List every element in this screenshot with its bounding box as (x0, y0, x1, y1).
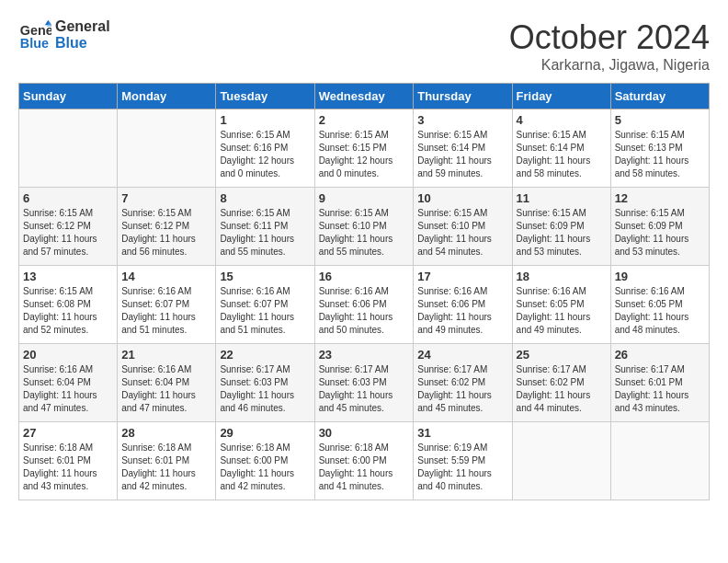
day-info: Sunrise: 6:15 AM Sunset: 6:12 PM Dayligh… (23, 207, 113, 259)
header-friday: Friday (512, 84, 610, 109)
day-number: 2 (319, 113, 410, 127)
day-number: 26 (615, 348, 705, 362)
calendar-week-row: 20Sunrise: 6:16 AM Sunset: 6:04 PM Dayli… (19, 344, 710, 422)
day-info: Sunrise: 6:15 AM Sunset: 6:09 PM Dayligh… (517, 207, 607, 259)
calendar-cell: 7Sunrise: 6:15 AM Sunset: 6:12 PM Daylig… (118, 188, 216, 266)
day-number: 17 (417, 270, 507, 283)
header-wednesday: Wednesday (314, 84, 414, 109)
day-number: 19 (615, 270, 705, 283)
calendar-week-row: 27Sunrise: 6:18 AM Sunset: 6:01 PM Dayli… (19, 422, 710, 500)
logo-line1: General (55, 18, 110, 35)
day-info: Sunrise: 6:15 AM Sunset: 6:13 PM Dayligh… (615, 129, 705, 180)
day-info: Sunrise: 6:17 AM Sunset: 6:02 PM Dayligh… (417, 363, 507, 415)
day-info: Sunrise: 6:17 AM Sunset: 6:03 PM Dayligh… (220, 363, 310, 415)
day-info: Sunrise: 6:16 AM Sunset: 6:06 PM Dayligh… (319, 285, 410, 337)
day-info: Sunrise: 6:15 AM Sunset: 6:14 PM Dayligh… (517, 129, 607, 180)
day-number: 20 (23, 348, 113, 362)
day-info: Sunrise: 6:15 AM Sunset: 6:11 PM Dayligh… (220, 207, 310, 259)
calendar-cell: 5Sunrise: 6:15 AM Sunset: 6:13 PM Daylig… (610, 109, 709, 188)
day-number: 5 (615, 113, 705, 127)
day-number: 11 (517, 191, 607, 205)
day-info: Sunrise: 6:15 AM Sunset: 6:09 PM Dayligh… (615, 207, 705, 259)
calendar-cell: 31Sunrise: 6:19 AM Sunset: 5:59 PM Dayli… (414, 422, 512, 500)
day-number: 27 (23, 426, 113, 440)
calendar-cell: 17Sunrise: 6:16 AM Sunset: 6:06 PM Dayli… (414, 266, 512, 344)
day-number: 29 (220, 426, 310, 440)
day-number: 16 (319, 270, 410, 283)
day-info: Sunrise: 6:16 AM Sunset: 6:04 PM Dayligh… (23, 363, 113, 415)
svg-text:Blue: Blue (20, 36, 49, 51)
calendar-header-row: SundayMondayTuesdayWednesdayThursdayFrid… (19, 84, 710, 109)
calendar-cell (19, 109, 118, 188)
calendar-cell: 22Sunrise: 6:17 AM Sunset: 6:03 PM Dayli… (216, 344, 314, 422)
day-info: Sunrise: 6:16 AM Sunset: 6:07 PM Dayligh… (121, 285, 211, 337)
calendar-cell: 4Sunrise: 6:15 AM Sunset: 6:14 PM Daylig… (512, 109, 610, 188)
day-number: 8 (220, 191, 310, 205)
location-subtitle: Karkarna, Jigawa, Nigeria (509, 57, 710, 74)
day-info: Sunrise: 6:15 AM Sunset: 6:12 PM Dayligh… (121, 207, 211, 259)
day-number: 1 (220, 113, 310, 127)
day-info: Sunrise: 6:19 AM Sunset: 5:59 PM Dayligh… (417, 442, 507, 493)
day-info: Sunrise: 6:17 AM Sunset: 6:02 PM Dayligh… (517, 363, 607, 415)
calendar-cell: 16Sunrise: 6:16 AM Sunset: 6:06 PM Dayli… (314, 266, 414, 344)
calendar-cell: 30Sunrise: 6:18 AM Sunset: 6:00 PM Dayli… (314, 422, 414, 500)
calendar-cell: 13Sunrise: 6:15 AM Sunset: 6:08 PM Dayli… (19, 266, 118, 344)
calendar-cell: 9Sunrise: 6:15 AM Sunset: 6:10 PM Daylig… (314, 188, 414, 266)
day-info: Sunrise: 6:15 AM Sunset: 6:10 PM Dayligh… (417, 207, 507, 259)
day-number: 9 (319, 191, 410, 205)
header-thursday: Thursday (414, 84, 512, 109)
calendar-cell: 19Sunrise: 6:16 AM Sunset: 6:05 PM Dayli… (610, 266, 709, 344)
calendar-cell: 3Sunrise: 6:15 AM Sunset: 6:14 PM Daylig… (414, 109, 512, 188)
day-number: 24 (417, 348, 507, 362)
calendar-cell: 21Sunrise: 6:16 AM Sunset: 6:04 PM Dayli… (118, 344, 216, 422)
day-info: Sunrise: 6:18 AM Sunset: 6:01 PM Dayligh… (121, 442, 211, 493)
day-info: Sunrise: 6:17 AM Sunset: 6:03 PM Dayligh… (319, 363, 410, 415)
calendar-cell: 8Sunrise: 6:15 AM Sunset: 6:11 PM Daylig… (216, 188, 314, 266)
header-monday: Monday (118, 84, 216, 109)
calendar-cell: 20Sunrise: 6:16 AM Sunset: 6:04 PM Dayli… (19, 344, 118, 422)
day-info: Sunrise: 6:16 AM Sunset: 6:05 PM Dayligh… (517, 285, 607, 337)
calendar-table: SundayMondayTuesdayWednesdayThursdayFrid… (18, 83, 710, 500)
day-number: 6 (23, 191, 113, 205)
day-info: Sunrise: 6:15 AM Sunset: 6:10 PM Dayligh… (319, 207, 410, 259)
day-number: 18 (517, 270, 607, 283)
calendar-week-row: 13Sunrise: 6:15 AM Sunset: 6:08 PM Dayli… (19, 266, 710, 344)
day-info: Sunrise: 6:18 AM Sunset: 6:01 PM Dayligh… (23, 442, 113, 493)
day-info: Sunrise: 6:15 AM Sunset: 6:16 PM Dayligh… (220, 129, 310, 180)
day-number: 7 (121, 191, 211, 205)
day-info: Sunrise: 6:16 AM Sunset: 6:04 PM Dayligh… (121, 363, 211, 415)
day-number: 3 (417, 113, 507, 127)
day-info: Sunrise: 6:16 AM Sunset: 6:05 PM Dayligh… (615, 285, 705, 337)
day-number: 4 (517, 113, 607, 127)
calendar-cell: 29Sunrise: 6:18 AM Sunset: 6:00 PM Dayli… (216, 422, 314, 500)
day-info: Sunrise: 6:15 AM Sunset: 6:08 PM Dayligh… (23, 285, 113, 337)
calendar-week-row: 1Sunrise: 6:15 AM Sunset: 6:16 PM Daylig… (19, 109, 710, 188)
calendar-cell: 12Sunrise: 6:15 AM Sunset: 6:09 PM Dayli… (610, 188, 709, 266)
calendar-cell: 27Sunrise: 6:18 AM Sunset: 6:01 PM Dayli… (19, 422, 118, 500)
title-area: October 2024 Karkarna, Jigawa, Nigeria (509, 18, 710, 74)
day-info: Sunrise: 6:15 AM Sunset: 6:14 PM Dayligh… (417, 129, 507, 180)
calendar-cell (118, 109, 216, 188)
calendar-cell: 2Sunrise: 6:15 AM Sunset: 6:15 PM Daylig… (314, 109, 414, 188)
calendar-cell: 10Sunrise: 6:15 AM Sunset: 6:10 PM Dayli… (414, 188, 512, 266)
calendar-cell: 28Sunrise: 6:18 AM Sunset: 6:01 PM Dayli… (118, 422, 216, 500)
calendar-cell (512, 422, 610, 500)
calendar-cell: 23Sunrise: 6:17 AM Sunset: 6:03 PM Dayli… (314, 344, 414, 422)
day-number: 21 (121, 348, 211, 362)
calendar-week-row: 6Sunrise: 6:15 AM Sunset: 6:12 PM Daylig… (19, 188, 710, 266)
calendar-cell: 11Sunrise: 6:15 AM Sunset: 6:09 PM Dayli… (512, 188, 610, 266)
calendar-cell: 14Sunrise: 6:16 AM Sunset: 6:07 PM Dayli… (118, 266, 216, 344)
header-saturday: Saturday (610, 84, 709, 109)
logo: General Blue General Blue (18, 18, 110, 52)
page-header: General Blue General Blue October 2024 K… (18, 18, 710, 74)
day-number: 23 (319, 348, 410, 362)
day-number: 13 (23, 270, 113, 283)
month-title: October 2024 (509, 18, 710, 57)
calendar-cell: 25Sunrise: 6:17 AM Sunset: 6:02 PM Dayli… (512, 344, 610, 422)
logo-icon: General Blue (18, 18, 51, 52)
calendar-cell: 26Sunrise: 6:17 AM Sunset: 6:01 PM Dayli… (610, 344, 709, 422)
calendar-cell: 6Sunrise: 6:15 AM Sunset: 6:12 PM Daylig… (19, 188, 118, 266)
day-info: Sunrise: 6:17 AM Sunset: 6:01 PM Dayligh… (615, 363, 705, 415)
day-number: 10 (417, 191, 507, 205)
header-tuesday: Tuesday (216, 84, 314, 109)
